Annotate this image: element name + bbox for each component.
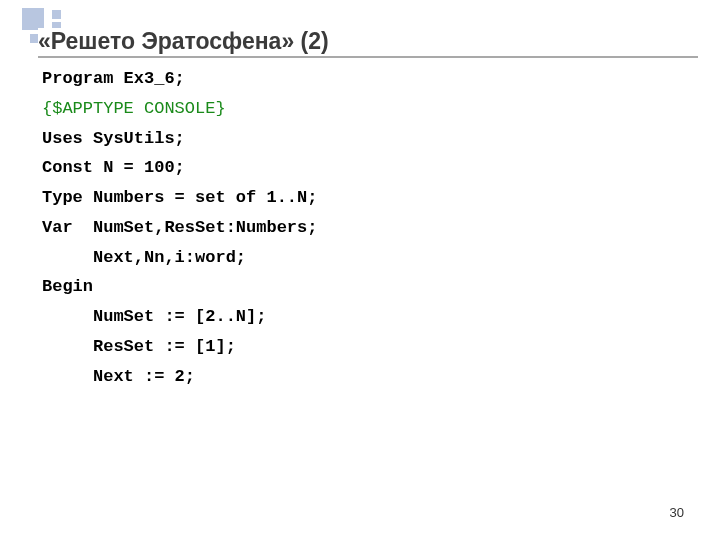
page-number: 30 [670,505,684,520]
deco-square-small [52,10,61,19]
slide-title: «Решето Эратосфена» (2) [38,28,335,55]
code-line: Begin [42,272,680,302]
code-line: Program Ex3_6; [42,64,680,94]
code-line: Uses SysUtils; [42,124,680,154]
code-line: Var NumSet,ResSet:Numbers; [42,213,680,243]
code-line: ResSet := [1]; [42,332,680,362]
deco-square-large [22,8,44,30]
code-line: Const N = 100; [42,153,680,183]
code-line: {$APPTYPE CONSOLE} [42,94,680,124]
title-underline [38,56,698,58]
code-line: NumSet := [2..N]; [42,302,680,332]
code-block: Program Ex3_6; {$APPTYPE CONSOLE} Uses S… [42,64,680,391]
code-line: Next := 2; [42,362,680,392]
code-line: Type Numbers = set of 1..N; [42,183,680,213]
code-line: Next,Nn,i:word; [42,243,680,273]
